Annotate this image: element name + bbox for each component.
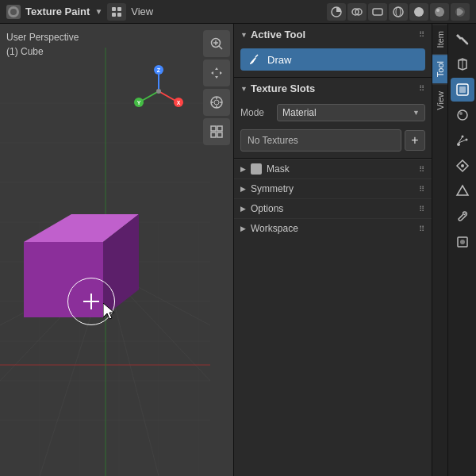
- topbar-right-icons: [327, 3, 470, 21]
- svg-marker-78: [457, 186, 468, 195]
- rendered-icon[interactable]: [451, 3, 470, 21]
- options-label: Options: [251, 203, 283, 214]
- draw-tool[interactable]: [203, 89, 230, 116]
- svg-point-77: [461, 164, 464, 167]
- draw-button[interactable]: Draw: [240, 48, 425, 71]
- sidebar-material-icon[interactable]: [451, 103, 474, 127]
- material-preview-icon[interactable]: [430, 3, 449, 21]
- workspace-section[interactable]: ▶ Workspace ⠿: [234, 218, 432, 238]
- svg-line-41: [159, 91, 177, 102]
- workspace-dots[interactable]: ⠿: [419, 225, 425, 233]
- svg-text:Z: Z: [157, 67, 161, 73]
- svg-rect-4: [112, 13, 116, 17]
- svg-point-57: [214, 100, 219, 105]
- view-menu[interactable]: View: [131, 6, 153, 17]
- mask-collapse-icon: ▶: [240, 165, 246, 173]
- app-icon: [6, 5, 21, 19]
- sidebar-object-data-icon[interactable]: [451, 179, 474, 203]
- svg-rect-64: [211, 132, 216, 137]
- mode-value: Material: [282, 107, 317, 118]
- viewport-info: User Perspective (1) Cube: [6, 30, 79, 59]
- overlay-icon[interactable]: [347, 3, 367, 21]
- svg-rect-9: [373, 9, 382, 15]
- tab-item[interactable]: Item: [432, 24, 447, 54]
- no-textures-button[interactable]: No Textures: [240, 129, 401, 152]
- sidebar-active-icon[interactable]: [451, 78, 474, 102]
- collapsible-sections: ▶ Mask ⠿ ▶ Symmetry ⠿ ▶ Options: [234, 159, 432, 238]
- texture-slots-section: ▼ Texture Slots ⠿ Mode Material ▼: [234, 78, 432, 159]
- wireframe-icon[interactable]: [389, 3, 408, 21]
- mode-dropdown-chevron: ▼: [413, 109, 420, 117]
- svg-line-66: [255, 55, 258, 57]
- svg-marker-48: [24, 242, 103, 317]
- svg-rect-5: [117, 13, 121, 17]
- svg-point-47: [156, 89, 161, 94]
- texture-slots-header[interactable]: ▼ Texture Slots ⠿: [234, 78, 432, 99]
- no-textures-label: No Textures: [248, 135, 298, 146]
- draw-brush-icon: [247, 52, 261, 67]
- svg-line-53: [219, 46, 222, 49]
- active-tool-content: Draw: [234, 45, 432, 77]
- active-tool-title: Active Tool: [251, 29, 305, 40]
- zoom-tool[interactable]: [203, 30, 230, 57]
- svg-point-70: [458, 110, 467, 120]
- options-dots[interactable]: ⠿: [419, 205, 425, 213]
- sidebar-wrench-icon[interactable]: [451, 205, 474, 228]
- options-section[interactable]: ▶ Options ⠿: [234, 198, 432, 218]
- axis-gizmo[interactable]: Z X Y: [131, 63, 186, 119]
- sidebar-modifier-icon[interactable]: [451, 52, 474, 76]
- panel-tabs: Item Tool View: [432, 24, 447, 476]
- viewport-shading-icon[interactable]: [327, 3, 346, 21]
- add-texture-button[interactable]: +: [405, 130, 425, 151]
- symmetry-section[interactable]: ▶ Symmetry ⠿: [234, 178, 432, 198]
- svg-line-67: [462, 38, 467, 44]
- cube-object: [8, 194, 143, 329]
- sidebar-constraints-icon[interactable]: [451, 154, 474, 178]
- xray-icon[interactable]: [368, 3, 387, 21]
- viewport-toolbar: [203, 30, 233, 145]
- svg-line-79: [464, 213, 466, 215]
- editor-type-btn[interactable]: [107, 3, 126, 21]
- symmetry-dots[interactable]: ⠿: [419, 185, 425, 194]
- mode-row: Mode Material ▼: [234, 99, 432, 126]
- workspace-collapse-icon: ▶: [240, 225, 246, 232]
- mask-dots[interactable]: ⠿: [419, 165, 425, 174]
- draw-label: Draw: [267, 54, 291, 66]
- mode-dropdown-arrow[interactable]: ▼: [94, 7, 102, 16]
- pan-tool[interactable]: [203, 60, 230, 86]
- mask-section[interactable]: ▶ Mask ⠿: [234, 159, 432, 178]
- mode-label[interactable]: Texture Paint: [25, 6, 90, 17]
- viewport-3d[interactable]: User Perspective (1) Cube Z X Y: [0, 24, 233, 476]
- solid-icon[interactable]: [409, 3, 428, 21]
- sidebar-object-props-icon[interactable]: [451, 230, 474, 254]
- mask-label: Mask: [267, 163, 290, 175]
- tab-tool[interactable]: Tool: [432, 54, 447, 83]
- sidebar-tools-icon[interactable]: [451, 27, 474, 51]
- mask-color-icon: [251, 163, 262, 175]
- workspace-label: Workspace: [251, 223, 298, 234]
- svg-point-81: [460, 240, 465, 244]
- sidebar-particles-icon[interactable]: [451, 129, 474, 152]
- svg-point-12: [414, 7, 424, 17]
- svg-point-10: [393, 7, 403, 17]
- texture-slots-title: Texture Slots: [251, 83, 315, 94]
- svg-point-11: [396, 7, 401, 17]
- add-icon: +: [411, 133, 418, 148]
- tab-view[interactable]: View: [432, 84, 447, 117]
- svg-rect-3: [117, 7, 121, 11]
- mode-dropdown[interactable]: Material ▼: [277, 104, 425, 121]
- svg-line-44: [140, 91, 159, 102]
- svg-point-13: [435, 7, 444, 17]
- svg-text:X: X: [177, 100, 181, 106]
- svg-rect-63: [217, 126, 222, 131]
- texture-slots-options-dots[interactable]: ⠿: [419, 84, 425, 93]
- svg-rect-2: [112, 7, 116, 11]
- active-tool-options-dots[interactable]: ⠿: [419, 30, 425, 39]
- mode-field-label: Mode: [240, 107, 272, 118]
- svg-marker-51: [103, 303, 114, 319]
- svg-point-14: [436, 9, 440, 12]
- svg-rect-62: [211, 126, 216, 131]
- active-tool-header[interactable]: ▼ Active Tool ⠿: [234, 24, 432, 45]
- grid-tool[interactable]: [203, 118, 230, 145]
- panel-content: ▼ Active Tool ⠿ Draw: [234, 24, 432, 476]
